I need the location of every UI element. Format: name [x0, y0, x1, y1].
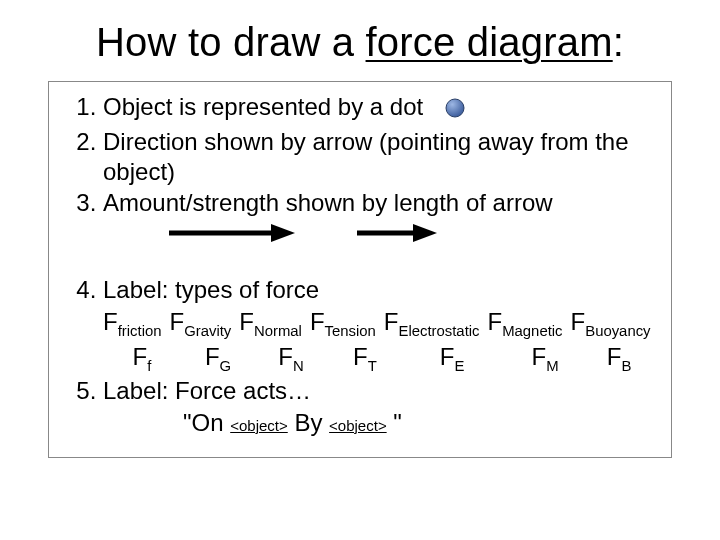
list-item: Amount/strength shown by length of arrow [103, 188, 657, 252]
svg-point-0 [446, 99, 464, 117]
title-post: : [613, 20, 624, 64]
force-label: FNormal [239, 307, 302, 340]
force-label: FGravity [169, 307, 231, 340]
object-placeholder: <object> [329, 417, 387, 434]
list-item: Direction shown by arrow (pointing away … [103, 127, 657, 186]
item-4-text: Label: types of force [103, 276, 319, 303]
quote-mid: By [288, 409, 329, 436]
force-symbols-row: Ff FG FN FT FE FM FB [103, 342, 657, 375]
page-title: How to draw a force diagram: [48, 20, 672, 65]
svg-marker-2 [271, 224, 295, 242]
quote-template: "On <object> By <object> " [183, 408, 657, 437]
dot-icon [444, 96, 466, 125]
force-symbol: FT [327, 342, 403, 375]
item-3-text: Amount/strength shown by length of arrow [103, 189, 553, 216]
svg-marker-4 [413, 224, 437, 242]
item-2-text: Direction shown by arrow (pointing away … [103, 128, 629, 184]
object-placeholder: <object> [230, 417, 288, 434]
force-symbol: FM [501, 342, 589, 375]
quote-close: " [387, 409, 402, 436]
slide: How to draw a force diagram: Object is r… [0, 0, 720, 458]
force-names-row: Ffriction FGravity FNormal FTension FEle… [103, 307, 657, 340]
force-symbol: FG [181, 342, 255, 375]
force-label: FElectrostatic [384, 307, 480, 340]
force-symbol: Ff [103, 342, 181, 375]
item-5-text: Label: Force acts… [103, 377, 311, 404]
force-label: FMagnetic [488, 307, 563, 340]
force-label: FBuoyancy [571, 307, 651, 340]
content-box: Object is represented by a dot Dir [48, 81, 672, 458]
list-item: Object is represented by a dot [103, 92, 657, 125]
force-symbol: FE [403, 342, 501, 375]
title-underline: force diagram [366, 20, 613, 64]
title-pre: How to draw a [96, 20, 366, 64]
force-label: FTension [310, 307, 376, 340]
quote-open: "On [183, 409, 230, 436]
force-label: Ffriction [103, 307, 161, 340]
arrow-illustration [167, 221, 657, 251]
force-symbol: FN [255, 342, 327, 375]
force-symbol: FB [589, 342, 649, 375]
steps-list: Object is represented by a dot Dir [63, 92, 657, 437]
item-1-text: Object is represented by a dot [103, 93, 423, 120]
list-item: Label: Force acts… "On <object> By <obje… [103, 376, 657, 437]
list-item: Label: types of force Ffriction FGravity… [103, 275, 657, 374]
